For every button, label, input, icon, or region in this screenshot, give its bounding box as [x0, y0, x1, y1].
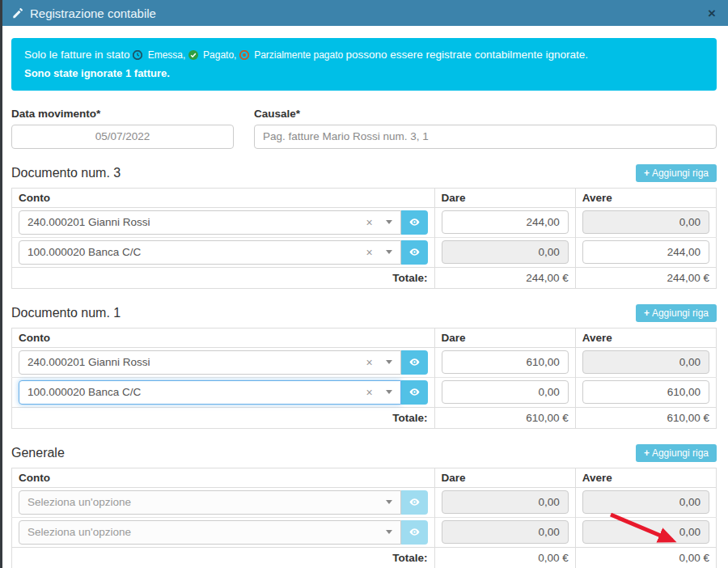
plus-icon: +: [644, 447, 650, 459]
avere-cell: [575, 487, 716, 517]
eye-icon: [408, 216, 421, 228]
account-select[interactable]: Seleziona un'opzione: [19, 520, 401, 545]
total-label: Totale:: [12, 547, 435, 568]
account-row: 100.000020 Banca C/C ×: [12, 237, 717, 267]
avere-cell: [575, 237, 716, 267]
section: Documento num. 3 +Aggiungi riga Conto Da…: [11, 164, 717, 289]
clear-icon[interactable]: ×: [366, 246, 372, 259]
total-row: Totale: 0,00 € 0,00 €: [12, 547, 717, 568]
column-header-avere: Avere: [575, 468, 716, 487]
form-row: Data movimento* Causale*: [11, 108, 717, 149]
date-input[interactable]: [11, 125, 234, 149]
dare-cell: [434, 517, 575, 547]
dare-input[interactable]: [442, 520, 569, 544]
chevron-down-icon: [386, 220, 392, 224]
column-header-dare: Dare: [434, 328, 575, 347]
avere-input[interactable]: [582, 240, 709, 264]
date-field-group: Data movimento*: [11, 108, 234, 149]
avere-input[interactable]: [582, 380, 709, 404]
add-row-label: Aggiungi riga: [652, 167, 709, 179]
select-value: 100.000020 Banca C/C: [28, 386, 366, 398]
account-row: 240.000201 Gianni Rossi ×: [12, 347, 717, 377]
dare-input[interactable]: [442, 350, 569, 374]
section-title: Documento num. 3: [11, 166, 121, 180]
add-row-button[interactable]: +Aggiungi riga: [636, 304, 717, 322]
select-value: 100.000020 Banca C/C: [28, 246, 366, 258]
dare-input[interactable]: [442, 380, 569, 404]
section: Generale +Aggiungi riga Conto Dare Avere…: [11, 444, 717, 568]
modal-body: Solo le fatture in stato Emessa, Pagato,…: [0, 26, 728, 568]
eye-button[interactable]: [401, 240, 428, 265]
account-select[interactable]: 100.000020 Banca C/C ×: [19, 380, 401, 405]
status-emessa: Emessa,: [133, 49, 188, 61]
account-select[interactable]: 100.000020 Banca C/C ×: [19, 240, 401, 265]
modal-header: Registrazione contabile ×: [0, 0, 728, 26]
dare-input[interactable]: [442, 210, 569, 234]
plus-icon: +: [644, 167, 650, 179]
dare-input[interactable]: [442, 240, 569, 264]
select-value: Seleziona un'opzione: [28, 496, 386, 508]
clear-icon[interactable]: ×: [366, 386, 372, 399]
chevron-down-icon: [386, 390, 392, 394]
eye-button[interactable]: [401, 350, 428, 375]
eye-button[interactable]: [401, 210, 428, 235]
clear-icon[interactable]: ×: [366, 356, 372, 369]
causale-field-group: Causale*: [254, 108, 717, 149]
dare-cell: [434, 377, 575, 407]
date-label: Data movimento*: [11, 108, 234, 120]
add-row-label: Aggiungi riga: [652, 307, 709, 319]
conto-cell: 240.000201 Gianni Rossi ×: [12, 347, 435, 377]
chevron-down-icon: [386, 360, 392, 364]
chevron-down-icon: [386, 500, 392, 504]
conto-cell: Seleziona un'opzione: [12, 487, 435, 517]
causale-label: Causale*: [254, 108, 717, 120]
conto-cell: Seleziona un'opzione: [12, 517, 435, 547]
avere-input[interactable]: [582, 210, 709, 234]
avere-input[interactable]: [582, 520, 709, 544]
account-row: Seleziona un'opzione: [12, 517, 717, 547]
total-label: Totale:: [12, 267, 435, 288]
alert-line2: Sono state ignorate 1 fatture.: [24, 66, 704, 82]
dare-cell: [434, 347, 575, 377]
dare-input[interactable]: [442, 490, 569, 514]
eye-button[interactable]: [401, 490, 428, 515]
total-dare: 244,00 €: [434, 267, 575, 288]
select-group: 240.000201 Gianni Rossi ×: [19, 350, 428, 375]
dot-status-icon: [239, 50, 249, 60]
close-button[interactable]: ×: [708, 6, 716, 20]
select-group: Seleziona un'opzione: [19, 520, 428, 545]
avere-cell: [575, 377, 716, 407]
alert-prefix: Solo le fatture in stato: [24, 49, 130, 61]
total-label: Totale:: [12, 407, 435, 428]
section: Documento num. 1 +Aggiungi riga Conto Da…: [11, 304, 717, 429]
avere-cell: [575, 207, 716, 237]
accounts-table: Conto Dare Avere 240.000201 Gianni Rossi…: [11, 188, 717, 289]
avere-input[interactable]: [582, 350, 709, 374]
eye-icon: [408, 246, 421, 258]
section-head: Documento num. 1 +Aggiungi riga: [11, 304, 717, 322]
avere-input[interactable]: [582, 490, 709, 514]
account-select[interactable]: 240.000201 Gianni Rossi ×: [19, 210, 401, 235]
status-pagato: Pagato,: [188, 49, 239, 61]
add-row-button[interactable]: +Aggiungi riga: [636, 444, 717, 462]
account-select[interactable]: 240.000201 Gianni Rossi ×: [19, 350, 401, 375]
select-value: Seleziona un'opzione: [28, 526, 386, 538]
clear-icon[interactable]: ×: [366, 216, 372, 229]
causale-input[interactable]: [254, 125, 717, 149]
alert-line1: Solo le fatture in stato Emessa, Pagato,…: [24, 47, 704, 63]
section-title: Documento num. 1: [11, 306, 121, 320]
sections: Documento num. 3 +Aggiungi riga Conto Da…: [11, 164, 717, 568]
select-value: 240.000201 Gianni Rossi: [28, 216, 366, 228]
column-header-conto: Conto: [12, 468, 435, 487]
total-row: Totale: 244,00 € 244,00 €: [12, 267, 717, 288]
dare-cell: [434, 207, 575, 237]
add-row-button[interactable]: +Aggiungi riga: [636, 164, 717, 182]
chevron-down-icon: [386, 250, 392, 254]
column-header-dare: Dare: [434, 188, 575, 207]
account-select[interactable]: Seleziona un'opzione: [19, 490, 401, 515]
eye-button[interactable]: [401, 380, 428, 405]
alert-suffix: possono essere registrate contabilmente …: [346, 49, 588, 61]
eye-button[interactable]: [401, 520, 428, 545]
dare-cell: [434, 487, 575, 517]
column-header-conto: Conto: [12, 188, 435, 207]
